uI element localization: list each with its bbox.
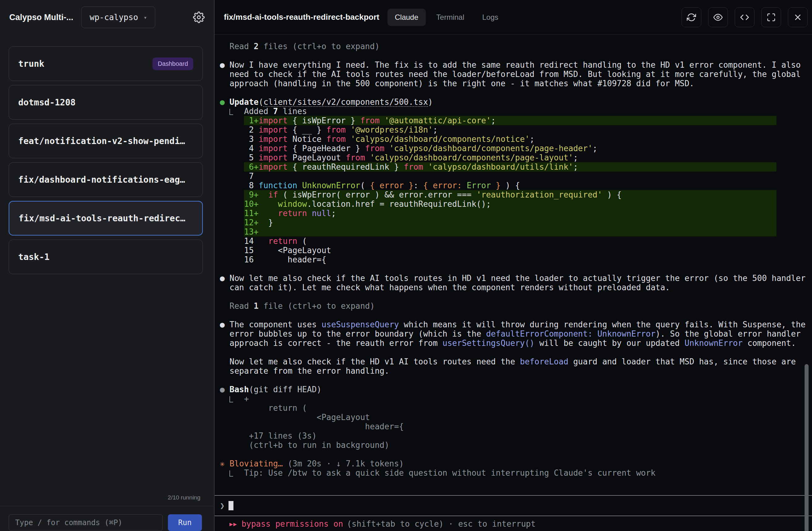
terminal-line	[220, 51, 812, 60]
diff-line: 1+import { isWpError } from '@automattic…	[244, 116, 777, 125]
prompt-input[interactable]: ❯	[215, 496, 812, 516]
fullscreen-button[interactable]	[761, 8, 781, 27]
branch-label: feat/notification-v2-show-pendi…	[18, 136, 185, 146]
terminal-line	[220, 311, 812, 320]
terminal-line: ● Update(client/sites/v2/components/500.…	[220, 97, 812, 107]
sidebar: Calypso Multi-... wp-calypso ▾ trunk Das…	[0, 0, 215, 531]
terminal-line: ● Bash(git diff HEAD)	[220, 385, 812, 394]
sidebar-header: Calypso Multi-... wp-calypso ▾	[0, 0, 214, 35]
terminal-line: +17 lines (3s)	[220, 431, 812, 440]
terminal-line: can catch it). Let me check what happens…	[220, 283, 812, 292]
header-actions	[682, 8, 808, 27]
command-bar: Run	[0, 506, 214, 531]
preview-button[interactable]	[708, 8, 728, 27]
terminal-line	[220, 348, 812, 357]
diff-line: 8 function UnknownError( { error }: { er…	[244, 181, 777, 190]
tab-claude[interactable]: Claude	[388, 9, 426, 26]
diff-line: 3 import Notice from 'calypso/dashboard/…	[244, 134, 777, 144]
diff-line: 9+ if ( isWpError( error ) && error.erro…	[244, 190, 777, 200]
terminal-line	[220, 450, 812, 459]
code-button[interactable]	[735, 8, 754, 27]
sidebar-item-feat-notification-v2[interactable]: feat/notification-v2-show-pendi…	[9, 124, 203, 158]
sidebar-item-task-1[interactable]: task-1	[9, 239, 203, 274]
file-link[interactable]: client/sites/v2/components/500.tsx	[263, 97, 428, 107]
terminal-line: need to check if the AI tools routes nee…	[220, 70, 812, 79]
refresh-icon	[687, 13, 696, 22]
branch-list: trunk Dashboard dotmsd-1208 feat/notific…	[0, 35, 214, 494]
elbow-icon	[229, 396, 233, 402]
terminal-line: Now let me also check if the HD v1 AI to…	[220, 357, 812, 366]
tab-logs[interactable]: Logs	[475, 9, 506, 26]
diff-line: 2 import { __ } from '@wordpress/i18n';	[244, 125, 777, 134]
terminal-line: Tip: Use /btw to ask a quick side questi…	[220, 468, 812, 477]
branch-label: task-1	[18, 252, 49, 262]
view-tabs: Claude Terminal Logs	[388, 9, 506, 26]
fast-forward-icon: ▶▶	[229, 520, 237, 527]
terminal-line: (ctrl+b to run in background)	[220, 440, 812, 450]
close-button[interactable]	[788, 8, 808, 27]
terminal-line: Added 7 lines	[220, 107, 812, 116]
refresh-button[interactable]	[682, 8, 701, 27]
branch-label: dotmsd-1208	[18, 97, 75, 107]
elbow-icon	[229, 470, 233, 476]
command-input[interactable]	[9, 514, 163, 531]
settings-gear-icon[interactable]	[193, 12, 205, 23]
sidebar-item-fix-msd-ai-tools[interactable]: fix/msd-ai-tools-reauth-redirec…	[9, 201, 203, 236]
text-cursor	[229, 501, 233, 510]
terminal-line: Read 2 files (ctrl+o to expand)	[220, 42, 812, 51]
terminal-line: ● Now I have everything I need. The fix …	[220, 60, 812, 70]
app-title: Calypso Multi-...	[9, 13, 73, 22]
prompt-area: ❯ ▶▶ bypass permissions on (shift+tab to…	[215, 495, 812, 531]
terminal-line: Read 1 file (ctrl+o to expand)	[220, 301, 812, 311]
diff-line: 7	[244, 172, 777, 181]
diff-line: 12+ }	[244, 218, 777, 227]
dashboard-badge: Dashboard	[153, 58, 193, 70]
terminal-line: ● Now let me also check if the AI tools …	[220, 274, 812, 283]
terminal-line: return (	[220, 403, 812, 413]
sidebar-item-trunk[interactable]: trunk Dashboard	[9, 46, 203, 81]
terminal-line: separate from the error handling.	[220, 366, 812, 375]
project-name: wp-calypso	[90, 13, 138, 22]
diff-line: 10+ window.location.href = reauthRequire…	[244, 200, 777, 209]
fullscreen-icon	[767, 13, 776, 22]
diff-line: 6+import { reauthRequiredLink } from 'ca…	[244, 162, 777, 172]
terminal-line	[220, 88, 812, 97]
terminal-line: ● The component uses useSuspenseQuery wh…	[220, 320, 812, 329]
scrollbar[interactable]	[804, 364, 809, 531]
terminal-line: approach is correct - the reauth error f…	[220, 338, 812, 348]
chevron-down-icon: ▾	[144, 14, 147, 21]
branch-label: fix/msd-ai-tools-reauth-redirec…	[18, 213, 185, 223]
sidebar-item-fix-dashboard-notifications[interactable]: fix/dashboard-notifications-eag…	[9, 162, 203, 197]
diff-line: 15 <PageLayout	[244, 246, 777, 255]
terminal-line: ✳ Bloviating… (3m 20s · ↓ 7.1k tokens)	[220, 459, 812, 468]
terminal-line: +	[220, 394, 812, 403]
diff-line: 11+ return null;	[244, 209, 777, 218]
terminal-line	[220, 292, 812, 301]
sidebar-item-dotmsd-1208[interactable]: dotmsd-1208	[9, 85, 203, 120]
terminal-line: approach (handling in the 500 component)…	[220, 79, 812, 88]
terminal-line	[220, 375, 812, 385]
diff-line: 16 header={	[244, 255, 777, 264]
terminal-line	[220, 264, 812, 274]
app-window: Calypso Multi-... wp-calypso ▾ trunk Das…	[0, 0, 812, 531]
elbow-icon	[229, 109, 233, 115]
eye-icon	[713, 13, 723, 22]
session-panel: fix/msd-ai-tools-reauth-redirect-backpor…	[215, 0, 812, 531]
tab-terminal[interactable]: Terminal	[429, 9, 472, 26]
diff-line: 14 return (	[244, 236, 777, 246]
terminal-line: error bubbles up to the error boundary (…	[220, 329, 812, 338]
permission-status: ▶▶ bypass permissions on (shift+tab to c…	[215, 516, 812, 531]
diff-line: 5 import PageLayout from 'calypso/dashbo…	[244, 153, 777, 162]
close-icon	[793, 13, 802, 22]
run-button[interactable]: Run	[168, 514, 202, 531]
diff-line: 13+	[244, 227, 777, 236]
terminal-line: header={	[220, 422, 812, 431]
permission-mode-label: bypass permissions on	[242, 519, 343, 529]
branch-label: fix/dashboard-notifications-eag…	[18, 175, 185, 185]
diff-line: 4 import { PageHeader } from 'calypso/da…	[244, 144, 777, 153]
project-selector[interactable]: wp-calypso ▾	[81, 6, 155, 28]
code-icon	[740, 13, 749, 22]
terminal-output: Read 2 files (ctrl+o to expand)● Now I h…	[215, 35, 812, 495]
terminal-lines: Read 2 files (ctrl+o to expand)● Now I h…	[220, 42, 812, 477]
prompt-chevron-icon: ❯	[220, 501, 225, 510]
